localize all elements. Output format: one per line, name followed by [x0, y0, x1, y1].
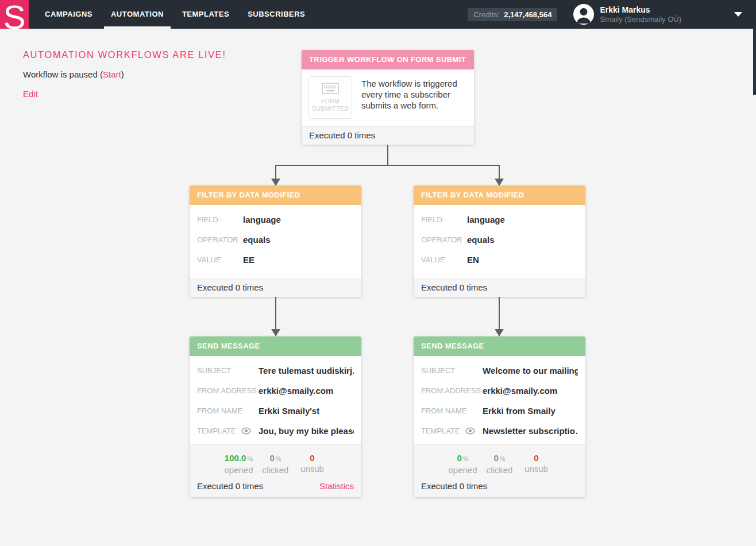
eye-icon[interactable] — [465, 427, 475, 435]
operator-value: equals — [467, 234, 495, 245]
opened-label: opened — [221, 464, 257, 476]
credits-badge: Credits:2,147,468,564 — [468, 8, 557, 21]
field-label: FIELD — [421, 214, 467, 225]
from-name-row: FROM NAME Erkki from Smaily — [421, 405, 578, 416]
send-node-footer: Executed 0 times — [414, 476, 585, 491]
trigger-node[interactable]: TRIGGER WORKFLOW ON FORM SUBMIT FORM S — [302, 50, 474, 145]
template-row: TEMPLATE Newsletter subscriptio… — [421, 425, 578, 436]
nav-item-label: CAMPAIGNS — [45, 10, 92, 18]
unsub-label: unsub — [518, 463, 555, 475]
trigger-node-header: TRIGGER WORKFLOW ON FORM SUBMIT — [302, 50, 474, 69]
subject-label: SUBJECT — [421, 365, 483, 376]
stats-row: 100.0% opened 0% clicked 0 unsub — [190, 445, 361, 476]
field-label: FIELD — [197, 214, 243, 225]
send-node-body: SUBJECT Welcome to our mailing… FROM ADD… — [414, 356, 585, 444]
value-value: EE — [243, 254, 254, 265]
active-tab-indicator — [104, 26, 171, 29]
subject-row: SUBJECT Tere tulemast uudiskirj… — [197, 365, 354, 376]
send-node-body: SUBJECT Tere tulemast uudiskirj… FROM AD… — [190, 356, 361, 444]
filter-executed-count: Executed 0 times — [190, 278, 361, 297]
start-link[interactable]: Start — [103, 69, 121, 79]
template-label: TEMPLATE — [197, 425, 259, 436]
from-address-row: FROM ADDRESS erkki@smaily.com — [197, 385, 354, 396]
nav-item-automation[interactable]: AUTOMATION — [102, 0, 173, 29]
main-nav: CAMPAIGNS AUTOMATION TEMPLATES SUBSCRIBE… — [36, 0, 314, 29]
template-value: Newsletter subscriptio… — [483, 425, 578, 436]
value-row: VALUE EE — [197, 254, 354, 265]
unsub-value: 0 — [310, 453, 314, 463]
value-label: VALUE — [421, 254, 467, 265]
status-text-suffix: ) — [121, 69, 124, 79]
subject-label: SUBJECT — [197, 365, 259, 376]
from-name-label: FROM NAME — [421, 405, 483, 416]
stat-unsub: 0 unsub — [518, 452, 555, 476]
scrollbar-thumb[interactable] — [753, 29, 756, 95]
credits-value: 2,147,468,564 — [504, 10, 551, 19]
unsub-label: unsub — [294, 463, 331, 475]
send-node-stats-section: 100.0% opened 0% clicked 0 unsub Execute… — [190, 444, 361, 497]
filter-node-header: FILTER BY DATA MODIFIED — [414, 185, 585, 205]
from-name-value: Erkki from Smaily — [483, 405, 556, 416]
top-navbar: S CAMPAIGNS AUTOMATION TEMPLATES SUBSCRI… — [0, 0, 756, 29]
filter-executed-count: Executed 0 times — [414, 278, 585, 297]
from-name-row: FROM NAME Erkki Smaily'st — [197, 405, 354, 416]
nav-item-label: SUBSCRIBERS — [248, 10, 305, 18]
clicked-label: clicked — [257, 464, 294, 476]
opened-value: 100.0 — [225, 453, 246, 463]
from-address-value: erkki@smaily.com — [259, 385, 333, 396]
field-row: FIELD language — [197, 214, 354, 225]
person-icon — [573, 4, 594, 25]
value-value: EN — [467, 254, 479, 265]
trigger-executed-count: Executed 0 times — [302, 126, 474, 145]
from-address-label: FROM ADDRESS — [197, 385, 259, 396]
filter-node-ee[interactable]: FILTER BY DATA MODIFIED FIELD language O… — [190, 185, 361, 297]
user-avatar[interactable] — [573, 4, 594, 25]
clicked-value: 0 — [493, 453, 498, 463]
stat-opened: 100.0% opened — [221, 452, 257, 476]
template-value: Jou, buy my bike please! — [259, 425, 354, 436]
value-label: VALUE — [197, 254, 243, 265]
stat-clicked: 0% clicked — [257, 452, 294, 476]
clicked-label: clicked — [481, 464, 518, 476]
opened-suffix: % — [247, 455, 253, 462]
smaily-logo[interactable]: S — [0, 0, 29, 29]
field-value: language — [467, 214, 505, 225]
template-label: TEMPLATE — [421, 425, 483, 436]
eye-icon[interactable] — [241, 427, 251, 435]
opened-suffix: % — [463, 455, 469, 462]
filter-node-en[interactable]: FILTER BY DATA MODIFIED FIELD language O… — [414, 185, 585, 297]
nav-item-subscribers[interactable]: SUBSCRIBERS — [238, 0, 314, 29]
nav-item-templates[interactable]: TEMPLATES — [173, 0, 238, 29]
subject-value: Tere tulemast uudiskirj… — [259, 365, 354, 376]
user-organization: Smaily (Sendsmaily OÜ) — [600, 15, 681, 24]
from-address-value: erkki@smaily.com — [483, 385, 557, 396]
clicked-suffix: % — [276, 455, 281, 462]
from-address-label: FROM ADDRESS — [421, 385, 483, 396]
operator-label: OPERATOR — [197, 234, 243, 245]
template-label-text: TEMPLATE — [197, 427, 236, 435]
send-message-node-en[interactable]: SEND MESSAGE SUBJECT Welcome to our mail… — [414, 336, 585, 497]
nav-item-campaigns[interactable]: CAMPAIGNS — [36, 0, 102, 29]
opened-label: opened — [445, 464, 481, 476]
trigger-description: The workflow is triggered every time a s… — [361, 76, 467, 119]
unsub-value: 0 — [534, 453, 538, 463]
template-label-text: TEMPLATE — [421, 427, 460, 435]
send-node-header: SEND MESSAGE — [414, 336, 585, 356]
edit-link[interactable]: Edit — [23, 89, 38, 99]
keyboard-icon — [322, 83, 339, 94]
send-node-footer: Executed 0 times Statistics — [190, 476, 361, 491]
user-menu[interactable]: Erkki Markus Smaily (Sendsmaily OÜ) — [600, 5, 681, 24]
navbar-right: Credits:2,147,468,564 Erkki Markus Smail… — [468, 4, 756, 25]
stats-row: 0% opened 0% clicked 0 unsub — [414, 445, 585, 476]
send-node-stats-section: 0% opened 0% clicked 0 unsub Executed 0 … — [414, 444, 585, 497]
workflow-canvas: AUTOMATION WORKFLOWS ARE LIVE! Workflow … — [0, 29, 756, 546]
send-executed-count: Executed 0 times — [197, 481, 263, 491]
credits-label: Credits: — [473, 10, 499, 19]
workflow-status: Workflow is paused (Start) — [23, 69, 124, 79]
send-executed-count: Executed 0 times — [421, 481, 487, 491]
chevron-down-icon[interactable] — [734, 12, 742, 17]
template-row: TEMPLATE Jou, buy my bike please! — [197, 425, 354, 436]
statistics-link[interactable]: Statistics — [319, 481, 354, 491]
send-message-node-ee[interactable]: SEND MESSAGE SUBJECT Tere tulemast uudis… — [190, 336, 361, 497]
trigger-node-body: FORM SUBMITTED The workflow is triggered… — [302, 69, 474, 126]
